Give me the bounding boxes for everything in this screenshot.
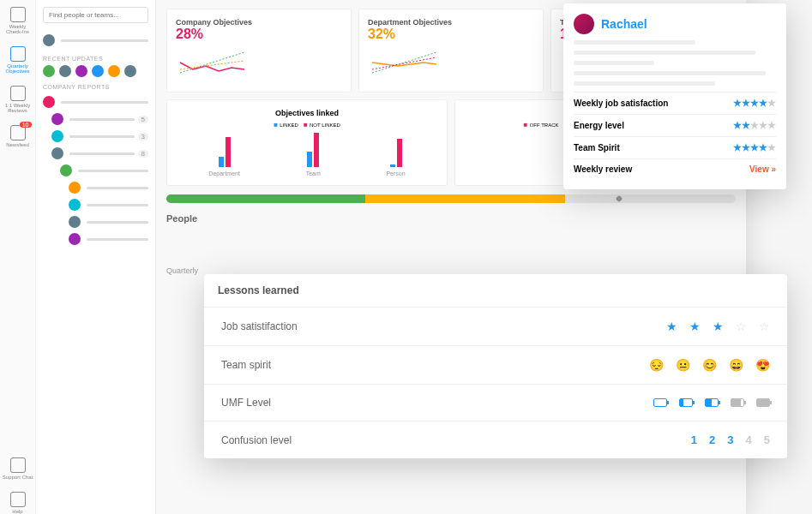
review-icon — [10, 86, 26, 101]
nav-rail: Weekly Check-Ins Quarterly Objectives 1:… — [0, 0, 36, 514]
diamond-marker-icon — [616, 195, 623, 202]
lesson-row-team-spirit: Team spirit 😔😐😊😄😍 — [204, 345, 787, 384]
help-icon — [10, 492, 26, 507]
section-recent-updates: RECENT UPDATES — [43, 56, 148, 62]
tree-item[interactable] — [43, 93, 148, 111]
nav-support-chat[interactable]: Support Chat — [3, 457, 33, 480]
tree-item[interactable] — [43, 196, 148, 213]
sparkline-icon — [176, 45, 262, 80]
tree-item[interactable] — [43, 213, 148, 230]
nav-weekly-reviews[interactable]: 1:1 Weekly Reviews — [3, 86, 33, 113]
stat-team-spirit: Team Spirit★★★★★ — [574, 136, 776, 158]
tree-item[interactable]: 5 — [43, 111, 148, 128]
sidebar: RECENT UPDATES COMPANY REPORTS 5 3 8 — [36, 0, 156, 514]
bar-chart: Department Team Person — [176, 134, 438, 176]
chat-icon — [10, 457, 26, 473]
tree-item[interactable] — [43, 162, 148, 179]
star-rating: ★★★★★ — [733, 120, 776, 131]
tree-item[interactable]: 8 — [43, 145, 148, 162]
number-rating-input[interactable]: 12345 — [691, 433, 770, 446]
popover-user-name[interactable]: Rachael — [601, 17, 647, 31]
star-rating: ★★★★★ — [733, 98, 776, 109]
battery-icon — [756, 398, 770, 407]
legend: LINKEDNOT LINKED — [176, 121, 438, 128]
progress-bar[interactable] — [166, 194, 736, 203]
tree-item[interactable] — [43, 179, 148, 196]
nav-weekly-checkins[interactable]: Weekly Check-Ins — [3, 7, 33, 34]
lesson-row-job-satisfaction: Job satistifaction ★★★☆☆ — [204, 307, 787, 345]
nav-newsfeed[interactable]: Newsfeed — [3, 125, 33, 147]
avatar — [574, 14, 594, 34]
calendar-icon — [10, 7, 26, 22]
tree-item[interactable]: 3 — [43, 128, 148, 145]
battery-icon — [653, 398, 667, 407]
nav-help[interactable]: Help — [3, 492, 33, 514]
lessons-title: Lessons learned — [204, 274, 787, 307]
card-company-objectives[interactable]: Company Objectives 28% — [166, 9, 352, 93]
lessons-learned-panel: Lessons learned Job satistifaction ★★★☆☆… — [204, 274, 787, 458]
recent-updates-avatars[interactable] — [43, 65, 148, 77]
search-input[interactable] — [43, 7, 148, 23]
sparkline-icon — [368, 45, 454, 80]
star-rating-input[interactable]: ★★★☆☆ — [666, 320, 770, 333]
people-heading: People — [166, 213, 736, 224]
battery-icon — [705, 398, 719, 407]
sidebar-user-row[interactable] — [43, 32, 148, 49]
stat-weekly-review: Weekly reviewView » — [574, 158, 776, 179]
star-rating: ★★★★★ — [733, 142, 776, 153]
battery-icon — [731, 398, 744, 407]
report-objectives-linked: Objectives linked LINKEDNOT LINKED Depar… — [166, 99, 448, 186]
stat-energy-level: Energy level★★★★★ — [574, 114, 776, 136]
lesson-row-umf-level: UMF Level — [204, 384, 787, 421]
battery-icon — [679, 398, 693, 407]
nav-quarterly-objectives[interactable]: Quarterly Objectives — [3, 46, 33, 74]
battery-rating-input[interactable] — [653, 398, 770, 407]
target-icon — [10, 46, 26, 62]
emoji-rating-input[interactable]: 😔😐😊😄😍 — [649, 358, 770, 372]
bell-icon — [10, 125, 26, 140]
tree-item[interactable] — [43, 230, 148, 248]
lesson-row-confusion-level: Confusion level 12345 — [204, 421, 787, 458]
user-popover: Rachael Weekly job satisfaction★★★★★ Ene… — [563, 3, 786, 189]
section-company-reports: COMPANY REPORTS — [43, 84, 148, 90]
stat-job-satisfaction: Weekly job satisfaction★★★★★ — [574, 92, 776, 114]
view-link[interactable]: View » — [749, 164, 776, 174]
card-department-objectives[interactable]: Department Objectives 32% — [358, 9, 544, 93]
